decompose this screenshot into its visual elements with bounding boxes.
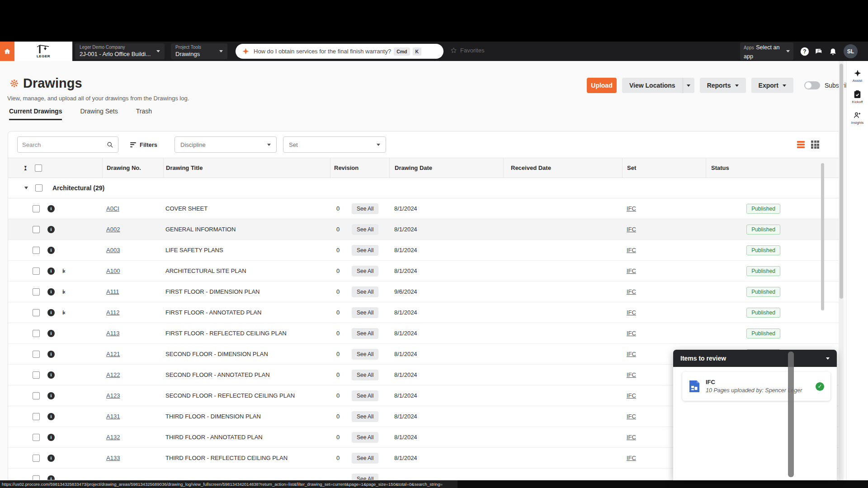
- header-drawing-title[interactable]: Drawing Title: [163, 158, 330, 178]
- set-link[interactable]: IFC: [627, 455, 636, 461]
- user-avatar[interactable]: SL: [844, 44, 858, 58]
- see-all-button[interactable]: See All: [352, 432, 378, 443]
- set-link[interactable]: IFC: [627, 351, 636, 357]
- see-all-button[interactable]: See All: [352, 245, 378, 256]
- tab-trash[interactable]: Trash: [136, 108, 152, 120]
- see-all-button[interactable]: See All: [352, 453, 378, 464]
- row-checkbox[interactable]: [33, 247, 40, 254]
- help-button[interactable]: ?: [799, 46, 811, 57]
- group-collapse-icon[interactable]: [24, 187, 28, 189]
- row-checkbox[interactable]: [33, 205, 40, 212]
- drawing-number-link[interactable]: A111: [106, 288, 119, 295]
- info-icon[interactable]: i: [47, 309, 55, 316]
- info-icon[interactable]: i: [47, 455, 55, 462]
- items-to-review-header[interactable]: Items to review: [673, 350, 837, 367]
- table-row[interactable]: i i‹ A112 FIRST FLOOR - ANNOTATED PLAN 0…: [8, 302, 841, 323]
- discipline-select[interactable]: Discipline: [175, 136, 277, 153]
- info-icon[interactable]: i: [47, 247, 55, 254]
- see-all-button[interactable]: See All: [352, 349, 378, 360]
- drawing-number-link[interactable]: A121: [106, 351, 120, 357]
- row-checkbox[interactable]: [33, 226, 40, 233]
- drawing-number-link[interactable]: A122: [106, 371, 120, 378]
- header-drawing-no[interactable]: Drawing No.: [102, 158, 163, 178]
- set-link[interactable]: IFC: [627, 267, 636, 274]
- info-icon[interactable]: i: [47, 205, 55, 212]
- table-row[interactable]: i i‹ A100 ARCHITECTURAL SITE PLAN 0 See …: [8, 261, 841, 282]
- notifications-button[interactable]: [827, 46, 839, 57]
- drawing-number-link[interactable]: A003: [106, 247, 120, 253]
- list-view-button[interactable]: [797, 141, 805, 148]
- header-revision[interactable]: Revision: [330, 158, 389, 178]
- see-all-button[interactable]: See All: [352, 203, 378, 214]
- set-link[interactable]: IFC: [627, 205, 636, 212]
- see-all-button[interactable]: See All: [352, 224, 378, 235]
- subscribe-toggle[interactable]: [804, 81, 820, 89]
- table-row[interactable]: i i‹ A111 FIRST FLOOR - DIMENSION PLAN 0…: [8, 282, 841, 302]
- drawing-number-link[interactable]: A133: [106, 455, 120, 461]
- table-scrollbar-thumb[interactable]: [821, 163, 824, 310]
- see-all-button[interactable]: See All: [352, 411, 378, 422]
- set-link[interactable]: IFC: [627, 226, 636, 233]
- row-checkbox[interactable]: [33, 267, 40, 275]
- info-icon[interactable]: i: [47, 475, 55, 481]
- drawing-number-link[interactable]: A100: [106, 267, 120, 274]
- apps-selector[interactable]: Apps Select an app: [740, 42, 793, 60]
- row-checkbox[interactable]: [33, 475, 40, 481]
- reports-button[interactable]: Reports: [700, 78, 746, 93]
- header-set[interactable]: Set: [622, 158, 706, 178]
- row-checkbox[interactable]: [33, 371, 40, 379]
- table-row[interactable]: i A0CI COVER SHEET 0 See All 8/1/2024 IF…: [8, 198, 841, 219]
- see-all-button[interactable]: See All: [352, 328, 378, 339]
- search-input[interactable]: [22, 141, 107, 148]
- page-scrollbar-thumb[interactable]: [840, 64, 843, 299]
- drawing-number-link[interactable]: A131: [106, 413, 120, 420]
- review-item-card[interactable]: IFC 10 Pages uploaded by: Spencer Leger …: [682, 372, 830, 401]
- select-all-checkbox[interactable]: [35, 164, 42, 172]
- row-checkbox[interactable]: [33, 413, 40, 420]
- assist-button[interactable]: Assist: [853, 69, 862, 83]
- set-link[interactable]: IFC: [627, 392, 636, 399]
- set-link[interactable]: IFC: [627, 330, 636, 337]
- insights-button[interactable]: Insights: [851, 111, 864, 125]
- upload-button[interactable]: Upload: [587, 78, 617, 93]
- drawing-number-link[interactable]: A113: [106, 330, 119, 337]
- row-checkbox[interactable]: [33, 434, 40, 441]
- see-all-button[interactable]: See All: [352, 286, 378, 297]
- set-link[interactable]: IFC: [627, 288, 636, 295]
- company-project-picker[interactable]: Leger Demo Company 2J-001 - Arlo Office …: [75, 43, 165, 59]
- set-link[interactable]: IFC: [627, 371, 636, 378]
- home-button[interactable]: [0, 42, 14, 61]
- group-checkbox[interactable]: [35, 184, 42, 192]
- table-row[interactable]: i A002 GENERAL INFORMATION 0 See All 8/1…: [8, 219, 841, 240]
- tab-current-drawings[interactable]: Current Drawings: [9, 108, 62, 120]
- set-link[interactable]: IFC: [627, 309, 636, 316]
- table-row[interactable]: i A113 FIRST FLOOR - REFLECTED CEILING P…: [8, 323, 841, 344]
- favorites-button[interactable]: Favorites: [450, 47, 484, 54]
- row-checkbox[interactable]: [33, 392, 40, 399]
- see-all-button[interactable]: See All: [352, 474, 378, 481]
- row-checkbox[interactable]: [33, 330, 40, 337]
- set-link[interactable]: IFC: [627, 247, 636, 253]
- row-checkbox[interactable]: [33, 455, 40, 462]
- company-logo[interactable]: LEGER: [14, 42, 72, 61]
- header-drawing-date[interactable]: Drawing Date: [389, 158, 503, 178]
- tab-drawing-sets[interactable]: Drawing Sets: [80, 108, 118, 120]
- info-icon[interactable]: i: [47, 392, 55, 399]
- row-checkbox[interactable]: [33, 351, 40, 358]
- info-icon[interactable]: i: [47, 288, 55, 296]
- header-received-date[interactable]: Received Date: [503, 158, 622, 178]
- info-icon[interactable]: i: [47, 413, 55, 420]
- see-all-button[interactable]: See All: [352, 370, 378, 380]
- set-select[interactable]: Set: [283, 136, 386, 153]
- panel-scrollbar-thumb[interactable]: [788, 352, 794, 477]
- see-all-button[interactable]: See All: [352, 307, 378, 318]
- export-button[interactable]: Export: [751, 78, 793, 93]
- info-icon[interactable]: i: [47, 330, 55, 337]
- info-icon[interactable]: i: [47, 434, 55, 441]
- drawing-number-link[interactable]: A002: [106, 226, 120, 233]
- table-row[interactable]: i A003 LIFE SAFETY PLANS 0 See All 8/1/2…: [8, 240, 841, 261]
- chat-button[interactable]: [813, 46, 825, 57]
- view-locations-button[interactable]: View Locations: [622, 78, 683, 93]
- header-status[interactable]: Status: [706, 158, 821, 178]
- collapse-all-icon[interactable]: ▾▴: [24, 166, 27, 170]
